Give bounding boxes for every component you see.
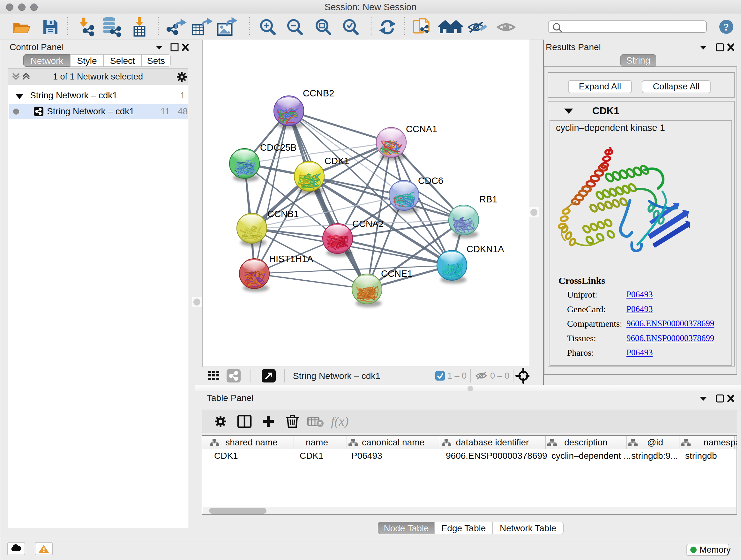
svg-text:CDK1: CDK1 (325, 156, 349, 166)
svg-text:HIST1H1A: HIST1H1A (269, 254, 313, 264)
svg-text:CCNA1: CCNA1 (406, 124, 437, 134)
svg-text:CDC6: CDC6 (418, 176, 443, 186)
svg-text:RB1: RB1 (479, 194, 497, 204)
svg-text:database identifier: database identifier (456, 437, 529, 447)
svg-text:CCNB2: CCNB2 (303, 88, 334, 98)
svg-text:canonical name: canonical name (362, 437, 424, 447)
svg-text:CCNA2: CCNA2 (352, 219, 384, 229)
svg-text:1 – 0: 1 – 0 (448, 371, 467, 381)
svg-text:name: name (306, 437, 328, 447)
svg-text:CDKN1A: CDKN1A (467, 244, 504, 254)
svg-text:@id: @id (647, 437, 663, 447)
svg-text:CCNB1: CCNB1 (267, 209, 299, 219)
svg-text:CDC25B: CDC25B (260, 142, 296, 152)
svg-text:?: ? (724, 21, 729, 33)
svg-text:String Network – cdk1: String Network – cdk1 (293, 371, 381, 381)
svg-text:0 – 0: 0 – 0 (490, 371, 509, 381)
svg-text:shared name: shared name (225, 437, 277, 447)
svg-text:namespace: namespace (704, 437, 737, 447)
svg-text:f(x): f(x) (331, 414, 349, 428)
svg-text:description: description (564, 437, 607, 447)
svg-text:CCNE1: CCNE1 (381, 268, 412, 279)
